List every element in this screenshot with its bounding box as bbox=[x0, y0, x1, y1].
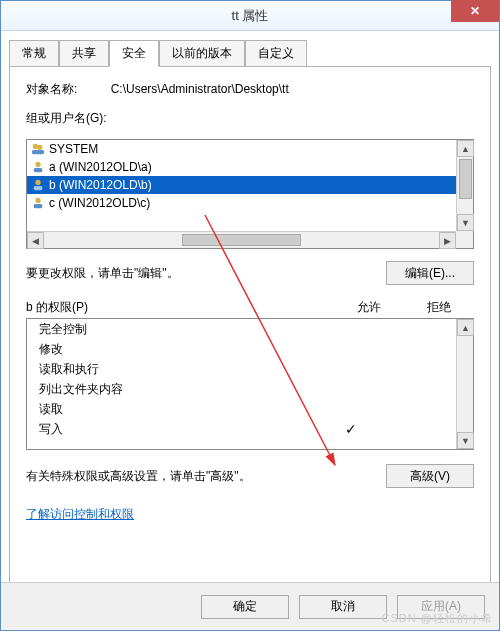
deny-label: 拒绝 bbox=[404, 299, 474, 316]
edit-hint-row: 要更改权限，请单击"编辑"。 编辑(E)... bbox=[26, 261, 474, 285]
allow-check-icon: ✓ bbox=[316, 421, 386, 437]
ok-button[interactable]: 确定 bbox=[201, 595, 289, 619]
permission-row: 列出文件夹内容 bbox=[27, 379, 456, 399]
list-item-label: b (WIN2012OLD\b) bbox=[49, 176, 152, 194]
principals-list-inner: SYSTEM a (WIN2012OLD\a) b (WIN2012OLD\b)… bbox=[27, 140, 473, 232]
scroll-corner bbox=[456, 231, 473, 248]
permission-row: 修改 bbox=[27, 339, 456, 359]
permissions-for-label: b 的权限(P) bbox=[26, 299, 334, 316]
object-name-label: 对象名称: bbox=[26, 81, 77, 98]
tab-general[interactable]: 常规 bbox=[9, 40, 59, 67]
object-row: 对象名称: C:\Users\Administrator\Desktop\tt bbox=[26, 81, 474, 98]
vertical-scrollbar[interactable]: ▲ ▼ bbox=[456, 319, 473, 449]
scroll-thumb[interactable] bbox=[182, 234, 301, 246]
tab-security[interactable]: 安全 bbox=[109, 40, 159, 67]
svg-point-3 bbox=[35, 162, 40, 167]
scroll-right-icon[interactable]: ▶ bbox=[439, 232, 456, 249]
list-item[interactable]: a (WIN2012OLD\a) bbox=[27, 158, 473, 176]
user-icon bbox=[31, 178, 45, 192]
permission-name: 读取和执行 bbox=[27, 361, 316, 378]
scroll-down-icon[interactable]: ▼ bbox=[457, 432, 474, 449]
user-icon bbox=[31, 196, 45, 210]
group-users-label: 组或用户名(G): bbox=[26, 111, 107, 125]
advanced-hint: 有关特殊权限或高级设置，请单击"高级"。 bbox=[26, 468, 376, 485]
allow-label: 允许 bbox=[334, 299, 404, 316]
advanced-button[interactable]: 高级(V) bbox=[386, 464, 474, 488]
svg-rect-4 bbox=[34, 168, 43, 172]
properties-window: tt 属性 ✕ 常规 共享 安全 以前的版本 自定义 对象名称: C:\User… bbox=[0, 0, 500, 631]
scroll-up-icon[interactable]: ▲ bbox=[457, 140, 474, 157]
permissions-inner: 完全控制 修改 读取和执行 列出文件夹内容 读取 写入✓ bbox=[27, 319, 456, 449]
tab-previous-versions[interactable]: 以前的版本 bbox=[159, 40, 245, 67]
svg-point-1 bbox=[37, 145, 42, 150]
permission-row: 读取和执行 bbox=[27, 359, 456, 379]
close-icon: ✕ bbox=[470, 4, 480, 18]
svg-rect-2 bbox=[32, 150, 44, 154]
list-item-label: a (WIN2012OLD\a) bbox=[49, 158, 152, 176]
scroll-left-icon[interactable]: ◀ bbox=[27, 232, 44, 249]
watermark: CSDN @轻松的小希 bbox=[382, 611, 493, 626]
edit-hint: 要更改权限，请单击"编辑"。 bbox=[26, 265, 376, 282]
permission-row: 完全控制 bbox=[27, 319, 456, 339]
user-icon bbox=[31, 160, 45, 174]
titlebar: tt 属性 ✕ bbox=[1, 1, 499, 31]
tab-customize[interactable]: 自定义 bbox=[245, 40, 307, 67]
advanced-row: 有关特殊权限或高级设置，请单击"高级"。 高级(V) bbox=[26, 464, 474, 488]
edit-button[interactable]: 编辑(E)... bbox=[386, 261, 474, 285]
permissions-listbox[interactable]: 完全控制 修改 读取和执行 列出文件夹内容 读取 写入✓ ▲ ▼ bbox=[26, 318, 474, 450]
list-item-label: SYSTEM bbox=[49, 140, 98, 158]
tab-sharing[interactable]: 共享 bbox=[59, 40, 109, 67]
permission-name: 读取 bbox=[27, 401, 316, 418]
list-item-label: c (WIN2012OLD\c) bbox=[49, 194, 150, 212]
scroll-down-icon[interactable]: ▼ bbox=[457, 214, 474, 231]
window-title: tt 属性 bbox=[1, 7, 499, 25]
horizontal-scrollbar[interactable]: ◀ ▶ bbox=[27, 231, 456, 248]
group-label-row: 组或用户名(G): bbox=[26, 110, 474, 127]
permissions-header: b 的权限(P) 允许 拒绝 bbox=[26, 299, 474, 316]
permission-row: 写入✓ bbox=[27, 419, 456, 439]
permission-name: 列出文件夹内容 bbox=[27, 381, 316, 398]
vertical-scrollbar[interactable]: ▲ ▼ bbox=[456, 140, 473, 231]
list-item[interactable]: c (WIN2012OLD\c) bbox=[27, 194, 473, 212]
tab-strip: 常规 共享 安全 以前的版本 自定义 bbox=[1, 31, 499, 66]
close-button[interactable]: ✕ bbox=[451, 0, 499, 22]
svg-rect-6 bbox=[34, 186, 43, 190]
cancel-button[interactable]: 取消 bbox=[299, 595, 387, 619]
scroll-thumb[interactable] bbox=[459, 159, 472, 199]
permission-row: 读取 bbox=[27, 399, 456, 419]
users-icon bbox=[31, 142, 45, 156]
help-link[interactable]: 了解访问控制和权限 bbox=[26, 506, 134, 523]
svg-rect-8 bbox=[34, 204, 43, 208]
svg-point-5 bbox=[35, 180, 40, 185]
list-item[interactable]: SYSTEM bbox=[27, 140, 473, 158]
permission-name: 完全控制 bbox=[27, 321, 316, 338]
svg-point-0 bbox=[33, 144, 38, 149]
principals-listbox[interactable]: SYSTEM a (WIN2012OLD\a) b (WIN2012OLD\b)… bbox=[26, 139, 474, 249]
permission-name: 写入 bbox=[27, 421, 316, 438]
security-panel: 对象名称: C:\Users\Administrator\Desktop\tt … bbox=[9, 66, 491, 592]
permission-name: 修改 bbox=[27, 341, 316, 358]
svg-point-7 bbox=[35, 198, 40, 203]
object-path: C:\Users\Administrator\Desktop\tt bbox=[111, 82, 289, 96]
scroll-up-icon[interactable]: ▲ bbox=[457, 319, 474, 336]
list-item[interactable]: b (WIN2012OLD\b) bbox=[27, 176, 473, 194]
